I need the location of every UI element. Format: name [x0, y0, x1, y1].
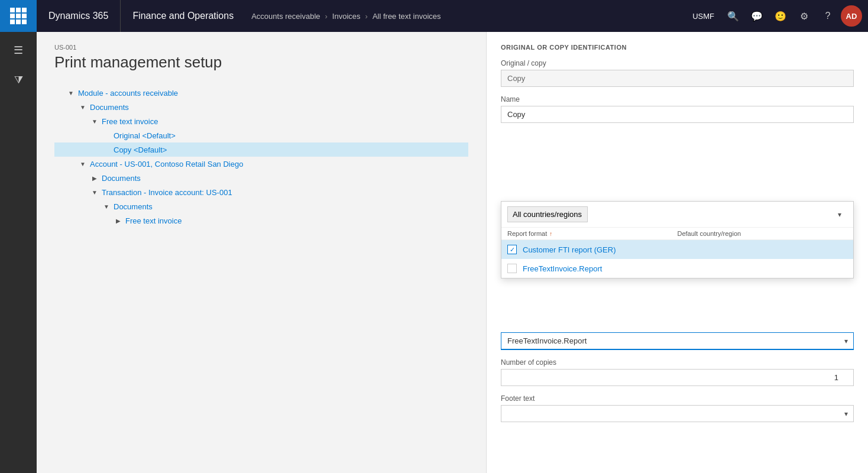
app-title-area: Dynamics 365 Finance and Operations [37, 0, 245, 32]
page-subtitle: US-001 [54, 44, 468, 51]
tree-label-fti: Free text invoice [102, 117, 158, 126]
tree-toggle-copy [102, 145, 111, 154]
tree-toggle-fti2: ▶ [114, 216, 123, 225]
settings-icon[interactable]: ⚙ [793, 5, 815, 27]
tree-label-documents3: Documents [114, 202, 153, 211]
dropdown-item-ger[interactable]: ✓ Customer FTI report (GER) [501, 240, 853, 259]
default-country-col-header[interactable]: Default country/region [678, 230, 848, 237]
tree-label-documents2: Documents [102, 174, 141, 183]
filter-select-wrapper: All countries/regions ▾ [507, 206, 847, 222]
tree-toggle-transaction: ▼ [90, 187, 99, 197]
finance-title: Finance and Operations [121, 0, 245, 32]
tree-toggle-account: ▼ [78, 159, 88, 169]
tree-item-documents2[interactable]: ▶ Documents [54, 171, 468, 185]
report-format-col-header[interactable]: Report format ↑ [507, 230, 678, 237]
tree-item-account[interactable]: ▼ Account - US-001, Contoso Retail San D… [54, 157, 468, 171]
number-of-copies-group: Number of copies [501, 358, 854, 386]
search-icon[interactable]: 🔍 [723, 5, 744, 27]
tree-toggle-original [102, 131, 111, 140]
dropdown-item-fti[interactable]: FreeTextInvoice.Report [501, 259, 853, 278]
user-avatar[interactable]: AD [841, 5, 862, 27]
footer-text-label: Footer text [501, 394, 854, 403]
tree-toggle-module: ▼ [66, 88, 76, 98]
help-icon[interactable]: ? [817, 5, 838, 27]
smiley-icon[interactable]: 🙂 [770, 5, 791, 27]
tree-panel: US-001 Print management setup ▼ Module -… [37, 32, 486, 473]
breadcrumb-sep2: › [365, 12, 368, 21]
tree-item-original[interactable]: Original <Default> [54, 128, 468, 142]
dropdown-item-label-fti: FreeTextInvoice.Report [523, 264, 602, 273]
dropdown-column-headers: Report format ↑ Default country/region [501, 228, 853, 240]
sort-asc-icon: ↑ [549, 231, 552, 237]
filter-select-arrow-icon: ▾ [838, 210, 841, 219]
tree-item-documents1[interactable]: ▼ Documents [54, 100, 468, 114]
dropdown-item-check-fti [507, 264, 517, 273]
dropdown-filter-row: All countries/regions ▾ [501, 202, 853, 228]
breadcrumb-accounts[interactable]: Accounts receivable [251, 12, 320, 21]
tree-item-transaction[interactable]: ▼ Transaction - Invoice account: US-001 [54, 185, 468, 199]
tree-item-module[interactable]: ▼ Module - accounts receivable [54, 86, 468, 100]
name-label: Name [501, 95, 854, 103]
number-of-copies-input[interactable] [501, 369, 854, 386]
report-format-input[interactable] [501, 332, 854, 350]
original-copy-label: Original / copy [501, 59, 854, 67]
breadcrumb-all-invoices[interactable]: All free text invoices [373, 12, 441, 21]
topbar-right: USMF 🔍 💬 🙂 ⚙ ? AD [686, 5, 868, 27]
tree-toggle-documents2: ▶ [90, 173, 99, 183]
report-format-col-label: Report format [507, 230, 547, 237]
dropdown-item-check-ger: ✓ [507, 245, 517, 254]
breadcrumb-invoices[interactable]: Invoices [332, 12, 361, 21]
footer-text-group: Footer text ▾ [501, 394, 854, 422]
original-copy-input [501, 70, 854, 87]
report-format-input-group: ▾ [501, 332, 854, 350]
waffle-button[interactable] [0, 0, 37, 32]
dropdown-items-list: ✓ Customer FTI report (GER) FreeTextInvo… [501, 240, 853, 278]
tree-item-fti[interactable]: ▼ Free text invoice [54, 114, 468, 128]
filter-select[interactable]: All countries/regions [507, 206, 588, 222]
name-input[interactable] [501, 106, 854, 123]
main-content: US-001 Print management setup ▼ Module -… [37, 32, 868, 473]
breadcrumb: Accounts receivable › Invoices › All fre… [245, 12, 686, 21]
report-format-select-wrapper: ▾ [501, 332, 854, 350]
hamburger-menu-icon[interactable]: ☰ [6, 38, 31, 63]
breadcrumb-sep1: › [325, 12, 328, 21]
default-country-col-label: Default country/region [678, 230, 741, 237]
waffle-grid-icon [10, 8, 27, 24]
topbar: Dynamics 365 Finance and Operations Acco… [0, 0, 868, 32]
tree-toggle-documents1: ▼ [78, 102, 88, 112]
form-panel: ORIGINAL OR COPY IDENTIFICATION Original… [486, 32, 868, 473]
section-title: ORIGINAL OR COPY IDENTIFICATION [501, 44, 854, 51]
filter-icon[interactable]: ⧩ [6, 67, 31, 92]
chat-icon[interactable]: 💬 [746, 5, 767, 27]
tree-label-fti2: Free text invoice [125, 216, 182, 225]
footer-text-select-wrapper: ▾ [501, 405, 854, 422]
tree-toggle-fti: ▼ [90, 116, 99, 126]
tree-item-copy[interactable]: Copy <Default> [54, 142, 468, 157]
report-format-dropdown: All countries/regions ▾ Report format ↑ … [501, 201, 854, 278]
tree-label-documents1: Documents [90, 103, 129, 112]
number-of-copies-label: Number of copies [501, 358, 854, 367]
dynamics-title: Dynamics 365 [37, 0, 121, 32]
footer-text-input[interactable] [501, 405, 854, 422]
tree-toggle-documents3: ▼ [102, 202, 111, 211]
tree-item-documents3[interactable]: ▼ Documents [54, 199, 468, 213]
page-title: Print management setup [54, 53, 468, 72]
tree-item-fti2[interactable]: ▶ Free text invoice [54, 213, 468, 228]
original-copy-group: Original / copy [501, 59, 854, 87]
tree-label-transaction: Transaction - Invoice account: US-001 [102, 188, 232, 197]
tree-label-original: Original <Default> [114, 131, 176, 140]
tree-label-account: Account - US-001, Contoso Retail San Die… [90, 160, 243, 169]
tree-label-module: Module - accounts receivable [78, 89, 178, 98]
dropdown-item-label-ger: Customer FTI report (GER) [523, 245, 616, 254]
tree-label-copy: Copy <Default> [114, 145, 167, 154]
sidebar: ☰ ⧩ [0, 32, 37, 473]
name-group: Name [501, 95, 854, 123]
environment-label: USMF [686, 12, 720, 21]
